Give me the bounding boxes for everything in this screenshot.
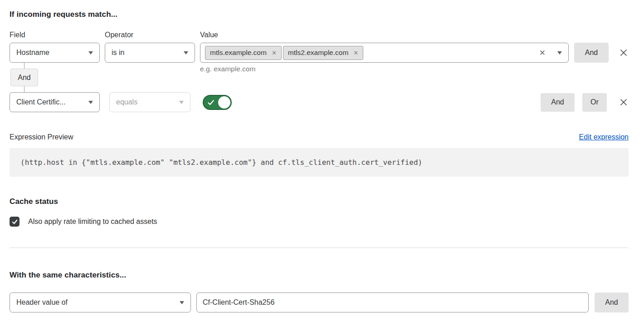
remove-tag-icon[interactable]: ✕: [272, 50, 277, 56]
rule-row-2: Client Certific... equals And Or: [10, 92, 629, 112]
value-label: Value: [200, 31, 629, 39]
rule-builder: If incoming requests match... Field Oper…: [0, 0, 644, 312]
add-and-condition-button-2[interactable]: And: [541, 93, 575, 112]
close-icon: [619, 48, 628, 57]
clear-values-icon[interactable]: ✕: [539, 49, 546, 57]
chevron-down-icon: [88, 51, 93, 54]
characteristic-select[interactable]: Header value of: [10, 292, 191, 312]
toggle-knob: [218, 96, 230, 109]
characteristic-select-value: Header value of: [16, 298, 175, 307]
cache-status-title: Cache status: [10, 197, 629, 206]
value-tag: mtls2.example.com ✕: [283, 46, 363, 60]
connector-line: [24, 63, 24, 69]
cache-checkbox-row: Also apply rate limiting to cached asset…: [10, 217, 629, 227]
header-name-input[interactable]: [196, 292, 589, 312]
chevron-down-icon[interactable]: [557, 51, 562, 54]
cached-assets-checkbox[interactable]: [10, 217, 20, 227]
chevron-down-icon: [184, 51, 188, 54]
chevron-down-icon: [180, 301, 184, 304]
delete-condition-button-1[interactable]: [619, 48, 629, 57]
cert-verified-toggle[interactable]: [203, 95, 232, 110]
value-tag: mtls.example.com ✕: [205, 46, 282, 60]
characteristics-row: Header value of And: [10, 292, 629, 312]
delete-condition-button-2[interactable]: [619, 98, 629, 107]
edit-expression-link[interactable]: Edit expression: [579, 133, 629, 141]
field-label: Field: [10, 31, 105, 39]
characteristics-title: With the same characteristics...: [10, 271, 629, 280]
add-or-condition-button-2[interactable]: Or: [582, 93, 607, 112]
field-select-2[interactable]: Client Certific...: [10, 92, 100, 112]
expression-preview-label: Expression Preview: [10, 133, 73, 141]
chevron-down-icon: [88, 101, 93, 104]
expression-code: (http.host in {"mtls.example.com" "mtls2…: [10, 148, 629, 177]
cached-assets-checkbox-label: Also apply rate limiting to cached asset…: [28, 218, 157, 226]
check-icon: [11, 218, 18, 225]
operator-select-1-value: is in: [112, 49, 179, 57]
field-select-1-value: Hostname: [16, 49, 84, 57]
connector-line: [24, 86, 24, 92]
field-select-1[interactable]: Hostname: [10, 43, 100, 63]
operator-select-2-value: equals: [116, 98, 175, 106]
connector-band: And e.g. example.com: [10, 63, 629, 92]
and-connector-button[interactable]: And: [10, 69, 38, 86]
value-tag-text: mtls2.example.com: [288, 49, 349, 57]
operator-label: Operator: [105, 31, 200, 39]
rule-row-1: Hostname is in mtls.example.com ✕ mtls2.…: [10, 43, 629, 63]
match-section-title: If incoming requests match...: [10, 10, 629, 19]
remove-tag-icon[interactable]: ✕: [353, 50, 358, 56]
operator-select-2: equals: [109, 92, 190, 112]
field-select-2-value: Client Certific...: [16, 98, 84, 106]
add-characteristic-button[interactable]: And: [595, 292, 629, 312]
chevron-down-icon: [179, 101, 184, 104]
close-icon: [619, 98, 628, 107]
value-tag-text: mtls.example.com: [210, 49, 267, 57]
operator-select-1[interactable]: is in: [105, 43, 195, 63]
value-helper-text: e.g. example.com: [200, 65, 255, 73]
column-labels: Field Operator Value: [10, 31, 629, 39]
add-and-condition-button-1[interactable]: And: [574, 43, 609, 63]
value-multiselect[interactable]: mtls.example.com ✕ mtls2.example.com ✕ ✕: [200, 43, 569, 63]
expression-header: Expression Preview Edit expression: [10, 133, 629, 141]
section-divider: [10, 248, 629, 248]
check-icon: [207, 99, 215, 106]
